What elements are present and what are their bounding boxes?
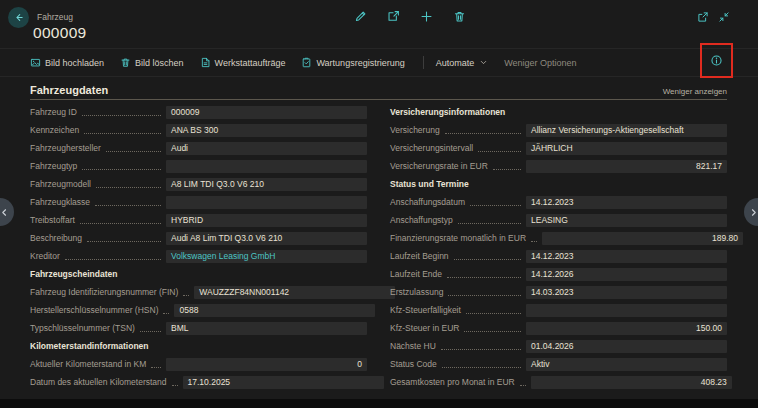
- field-input-kennzeichen[interactable]: ANA BS 300: [166, 124, 367, 137]
- field-input-beschreibung[interactable]: Audi A8 Lim TDI Q3.0 V6 210: [166, 232, 367, 245]
- field-label: Datum des aktuellen Kilometerstand: [30, 377, 167, 387]
- new-button[interactable]: [420, 10, 433, 23]
- field-input-fahrzeughersteller[interactable]: Audi: [166, 142, 367, 155]
- field-input-laufzeit-beginn[interactable]: 14.12.2023: [526, 250, 727, 263]
- details-info-button[interactable]: [710, 54, 723, 67]
- page-caption: Fahrzeug: [37, 12, 73, 22]
- dotted-leader: [447, 277, 521, 278]
- open-in-new-window-button[interactable]: [697, 11, 709, 23]
- document-icon: [200, 57, 211, 68]
- dotted-leader: [493, 169, 521, 170]
- dotted-leader: [478, 151, 521, 152]
- dotted-leader: [95, 205, 161, 206]
- section-title: Fahrzeugdaten: [30, 84, 108, 96]
- field-group-header: Versicherungsinformationen: [390, 103, 727, 121]
- field-group-header: Status und Termine: [390, 175, 727, 193]
- image-icon: [30, 57, 41, 68]
- action-label: Automate: [436, 58, 475, 68]
- popout-icon: [697, 11, 709, 23]
- automate-button[interactable]: Automate: [436, 58, 489, 68]
- delete-button[interactable]: [453, 10, 466, 23]
- field-input-kfz-steuerfälligkeit[interactable]: [526, 304, 727, 317]
- field-row-anschaffungsdatum: Anschaffungsdatum14.12.2023: [390, 193, 727, 211]
- field-label: Versicherungsrate in EUR: [390, 161, 488, 171]
- field-input-aktueller-kilometerstand-in-km[interactable]: 0: [166, 358, 367, 371]
- edit-button[interactable]: [354, 10, 367, 23]
- window-control-icons: [697, 11, 730, 23]
- field-label: Anschaffungstyp: [390, 215, 453, 225]
- field-input-herstellerschlüsselnummer-hsn[interactable]: 0588: [174, 304, 375, 317]
- dotted-leader: [445, 133, 521, 134]
- right-column: VersicherungsinformationenVersicherungAl…: [390, 103, 727, 391]
- field-label: Fahrzeug Identifizierungsnummer (FIN): [30, 287, 178, 297]
- field-input-datum-des-aktuellen-kilometerstand[interactable]: 17.10.2025: [183, 376, 384, 389]
- new-icon: [420, 10, 433, 23]
- field-input-typschlüsselnummer-tsn[interactable]: BML: [166, 322, 367, 335]
- bild-hochladen-button[interactable]: Bild hochladen: [30, 57, 104, 68]
- field-row-kfz-steuerfälligkeit: Kfz-Steuerfälligkeit: [390, 301, 727, 319]
- wartungsregistrierung-button[interactable]: Wartungsregistrierung: [301, 57, 404, 68]
- field-label: Versicherung: [390, 125, 440, 135]
- field-input-treibstoffart[interactable]: HYBRID: [166, 214, 367, 227]
- field-input-erstzulassung[interactable]: 14.03.2023: [526, 286, 727, 299]
- dotted-leader: [87, 241, 161, 242]
- bild-loeschen-button[interactable]: Bild löschen: [120, 57, 184, 68]
- left-column: Fahrzeug ID000009KennzeichenANA BS 300Fa…: [30, 103, 367, 391]
- fit-to-window-button[interactable]: [718, 11, 730, 23]
- chevron-down-icon: [479, 58, 488, 67]
- card-content: Fahrzeugdaten Weniger anzeigen Fahrzeug …: [0, 78, 758, 391]
- field-input-kfz-steuer-in-eur[interactable]: 150.00: [526, 322, 727, 335]
- field-row-anschaffungstyp: AnschaffungstypLEASING: [390, 211, 727, 229]
- field-input-gesamtkosten-pro-monat-in-eur[interactable]: 408.23: [531, 376, 732, 389]
- field-row-beschreibung: BeschreibungAudi A8 Lim TDI Q3.0 V6 210: [30, 229, 367, 247]
- field-group-header: Fahrzeugscheindaten: [30, 265, 367, 283]
- field-input-fahrzeugtyp[interactable]: [166, 160, 367, 173]
- dotted-leader: [458, 223, 521, 224]
- dotted-leader: [96, 187, 161, 188]
- field-input-fahrzeugklasse[interactable]: [166, 196, 367, 209]
- field-row-treibstoffart: TreibstoffartHYBRID: [30, 211, 367, 229]
- dotted-leader: [106, 151, 161, 152]
- field-input-fahrzeug-identifizierungsnummer-fin[interactable]: WAUZZZF84NN001142: [194, 286, 395, 299]
- field-input-nächste-hu[interactable]: 01.04.2026: [526, 340, 727, 353]
- field-label: Typschlüsselnummer (TSN): [30, 323, 135, 333]
- field-input-laufzeit-ende[interactable]: 14.12.2026: [526, 268, 727, 281]
- field-input-anschaffungsdatum[interactable]: 14.12.2023: [526, 196, 727, 209]
- field-label: Laufzeit Ende: [390, 269, 442, 279]
- field-label: Treibstoffart: [30, 215, 75, 225]
- action-label: Bild löschen: [135, 58, 184, 68]
- field-row-versicherungsrate-in-eur: Versicherungsrate in EUR821.17: [390, 157, 727, 175]
- dotted-leader: [82, 169, 161, 170]
- field-row-gesamtkosten-pro-monat-in-eur: Gesamtkosten pro Monat in EUR408.23: [390, 373, 727, 391]
- field-row-typschlüsselnummer-tsn: Typschlüsselnummer (TSN)BML: [30, 319, 367, 337]
- action-label: Bild hochladen: [45, 58, 104, 68]
- link-field-input-kreditor[interactable]: Volkswagen Leasing GmbH: [166, 250, 367, 263]
- show-less-link[interactable]: Weniger anzeigen: [663, 87, 727, 96]
- field-row-versicherungsintervall: VersicherungsintervallJÄHRLICH: [390, 139, 727, 157]
- action-label: Weniger Optionen: [504, 58, 576, 68]
- field-input-fahrzeugmodell[interactable]: A8 LIM TDI Q3.0 V6 210: [166, 178, 367, 191]
- dotted-leader: [82, 115, 161, 116]
- field-row-kennzeichen: KennzeichenANA BS 300: [30, 121, 367, 139]
- group-label: Versicherungsinformationen: [390, 107, 505, 117]
- field-row-erstzulassung: Erstzulassung14.03.2023: [390, 283, 727, 301]
- field-input-versicherungsrate-in-eur[interactable]: 821.17: [526, 160, 727, 173]
- share-button[interactable]: [387, 10, 400, 23]
- field-input-status-code[interactable]: Aktiv: [526, 358, 727, 371]
- field-row-versicherung: VersicherungAllianz Versicherungs-Aktien…: [390, 121, 727, 139]
- field-input-versicherung[interactable]: Allianz Versicherungs-Aktiengesellschaft: [526, 124, 727, 137]
- back-button[interactable]: [8, 7, 29, 28]
- field-input-finanzierungsrate-monatlich-in-eur[interactable]: 189.80: [542, 232, 743, 245]
- field-label: Status Code: [390, 359, 437, 369]
- field-row-kfz-steuer-in-eur: Kfz-Steuer in EUR150.00: [390, 319, 727, 337]
- field-input-versicherungsintervall[interactable]: JÄHRLICH: [526, 142, 727, 155]
- field-row-laufzeit-beginn: Laufzeit Beginn14.12.2023: [390, 247, 727, 265]
- weniger-optionen-button[interactable]: Weniger Optionen: [504, 58, 576, 68]
- field-input-fahrzeug-id[interactable]: 000009: [166, 106, 367, 119]
- field-row-finanzierungsrate-monatlich-in-eur: Finanzierungsrate monatlich in EUR189.80: [390, 229, 727, 247]
- field-row-fahrzeug-id: Fahrzeug ID000009: [30, 103, 367, 121]
- werkstattauftraege-button[interactable]: Werkstattaufträge: [200, 57, 286, 68]
- field-label: Anschaffungsdatum: [390, 197, 465, 207]
- field-input-anschaffungstyp[interactable]: LEASING: [526, 214, 727, 227]
- chevron-right-icon: [748, 207, 758, 218]
